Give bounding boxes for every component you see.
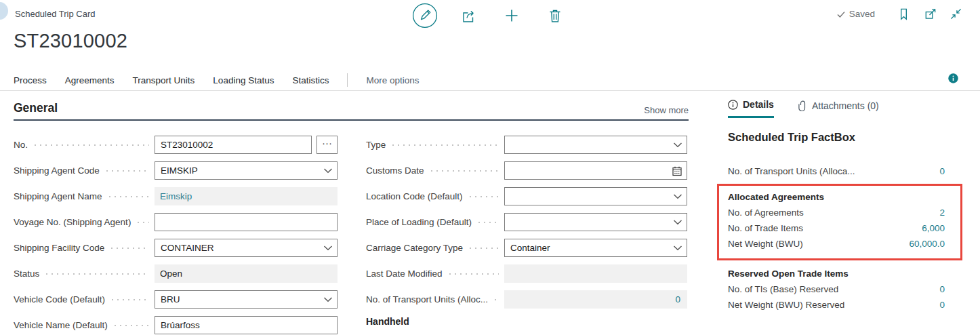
no-input[interactable]	[155, 136, 312, 154]
info-circle-icon[interactable]	[948, 73, 958, 83]
bookmark-button[interactable]	[897, 7, 911, 21]
menu-item-agreements[interactable]: Agreements	[65, 75, 115, 85]
dotted-leader	[468, 239, 499, 257]
tab-attachments-label: Attachments (0)	[812, 100, 879, 111]
dotted-leader	[476, 213, 499, 231]
menu-divider	[347, 73, 348, 87]
dotted-leader	[468, 187, 499, 205]
details-info-icon	[728, 100, 738, 110]
field-label: No.	[14, 140, 28, 150]
menu-item-transport-units[interactable]: Transport Units	[133, 75, 195, 85]
more-options-button[interactable]: More options	[366, 75, 419, 85]
shipping-facility-code-input[interactable]	[155, 239, 338, 257]
menu-item-statistics[interactable]: Statistics	[292, 75, 329, 85]
field-label: Last Date Modified	[366, 269, 443, 279]
field-label: Vehicle Name (Default)	[14, 320, 108, 330]
handheld-group-header: Handheld	[366, 316, 687, 327]
field-label: Place of Loading (Default)	[366, 217, 472, 227]
field-row-shipping-agent-code: Shipping Agent Code	[14, 161, 338, 180]
drilldown-value[interactable]: 2	[939, 208, 945, 218]
shipping-agent-code-input[interactable]	[155, 161, 338, 180]
field-label: Vehicle Code (Default)	[14, 294, 105, 304]
collapse-button[interactable]	[950, 7, 962, 20]
field-row-shipping-facility-code: Shipping Facility Code	[14, 239, 338, 257]
dotted-leader	[447, 264, 499, 283]
dotted-leader	[493, 290, 499, 309]
menu-item-process[interactable]: Process	[14, 75, 47, 85]
field-row-vehicle-name: Vehicle Name (Default)	[14, 316, 338, 334]
field-label: Carriage Category Type	[366, 243, 463, 253]
dotted-leader	[33, 136, 149, 154]
shipping-agent-name-value[interactable]: Eimskip	[160, 191, 192, 201]
field-label: Location Code (Default)	[366, 191, 463, 201]
section-title-general[interactable]: General	[14, 101, 58, 115]
field-row-vehicle-code: Vehicle Code (Default)	[14, 290, 338, 309]
save-status: Saved	[836, 9, 875, 19]
group-header-allocated-agreements: Allocated Agreements	[728, 189, 945, 205]
field-row-no: No. ···	[14, 136, 338, 154]
transport-units-allocated-value[interactable]: 0	[675, 294, 680, 304]
general-right-column: Type Customs Date Location Code (Default…	[366, 136, 687, 327]
edit-button[interactable]	[412, 3, 438, 28]
field-row-last-date-modified: Last Date Modified	[366, 264, 687, 283]
field-label: Customs Date	[366, 165, 424, 176]
share-button[interactable]	[455, 3, 481, 28]
field-label: Shipping Facility Code	[14, 243, 104, 253]
delete-button[interactable]	[542, 3, 568, 28]
field-row-transport-units-allocated: No. of Transport Units (Alloc... 0	[366, 290, 687, 309]
drilldown-value[interactable]: 0	[939, 166, 945, 176]
page-caption: Scheduled Trip Card	[15, 9, 96, 19]
menu-item-loading-status[interactable]: Loading Status	[213, 75, 274, 85]
location-code-input[interactable]	[504, 187, 687, 205]
dotted-leader	[107, 187, 149, 205]
back-bubble-decoration	[0, 2, 8, 20]
general-fasttab-header: General Show more	[14, 102, 689, 121]
type-input[interactable]	[504, 136, 687, 154]
open-in-new-window-button[interactable]	[923, 7, 937, 21]
vehicle-code-input[interactable]	[155, 290, 338, 309]
field-row-status: Status Open	[14, 264, 338, 283]
status-value: Open	[160, 269, 182, 279]
place-of-loading-input[interactable]	[504, 213, 687, 231]
new-button[interactable]	[499, 3, 525, 28]
drilldown-value[interactable]: 0	[939, 300, 945, 310]
tab-details[interactable]: Details	[728, 99, 774, 118]
factbox-row-net-weight-reserved: Net Weight (BWU) Reserved 0	[728, 297, 945, 313]
trash-icon	[547, 7, 563, 24]
checkmark-icon	[836, 9, 846, 19]
customs-date-input[interactable]	[504, 161, 687, 180]
voyage-no-input[interactable]	[155, 213, 338, 231]
paperclip-icon	[798, 100, 807, 111]
dotted-leader	[110, 290, 149, 309]
field-row-type: Type	[366, 136, 687, 154]
carriage-category-type-input[interactable]	[504, 239, 687, 257]
factbox-row-net-weight: Net Weight (BWU) 60,000.0	[728, 236, 945, 252]
field-row-carriage-category-type: Carriage Category Type	[366, 239, 687, 257]
factbox-row-no-of-trade-items: No. of Trade Items 6,000	[728, 220, 945, 236]
drilldown-value[interactable]: 6,000	[922, 223, 945, 233]
scheduled-trip-card-page: { "colors": { "accent_teal": "#0f7e89", …	[0, 0, 980, 335]
assist-edit-button[interactable]: ···	[317, 136, 338, 154]
factbox-row-no-of-agreements: No. of Agreements 2	[728, 205, 945, 220]
field-row-customs-date: Customs Date	[366, 161, 687, 180]
vehicle-name-input[interactable]	[155, 316, 338, 334]
dotted-leader	[390, 136, 499, 154]
field-row-shipping-agent-name: Shipping Agent Name Eimskip	[14, 187, 338, 205]
drilldown-value[interactable]: 0	[939, 284, 945, 294]
factbox-tabs: Details Attachments (0)	[728, 99, 945, 118]
dotted-leader	[429, 161, 499, 180]
general-left-column: No. ··· Shipping Agent Code Shipping Age…	[14, 136, 338, 335]
plus-icon	[504, 7, 520, 24]
field-label: Shipping Agent Code	[14, 165, 100, 176]
drilldown-value[interactable]: 60,000.0	[909, 239, 945, 249]
page-title: ST23010002	[14, 30, 127, 52]
dotted-leader	[44, 264, 149, 283]
dotted-leader	[104, 161, 149, 180]
show-more-link[interactable]: Show more	[644, 105, 689, 115]
field-label: Type	[366, 140, 386, 150]
field-label: No. of Transport Units (Alloc...	[366, 294, 488, 304]
action-menu-bar: Process Agreements Transport Units Loadi…	[0, 70, 980, 91]
window-controls: Saved	[836, 7, 962, 21]
tab-attachments[interactable]: Attachments (0)	[798, 100, 879, 117]
share-icon	[460, 7, 477, 24]
